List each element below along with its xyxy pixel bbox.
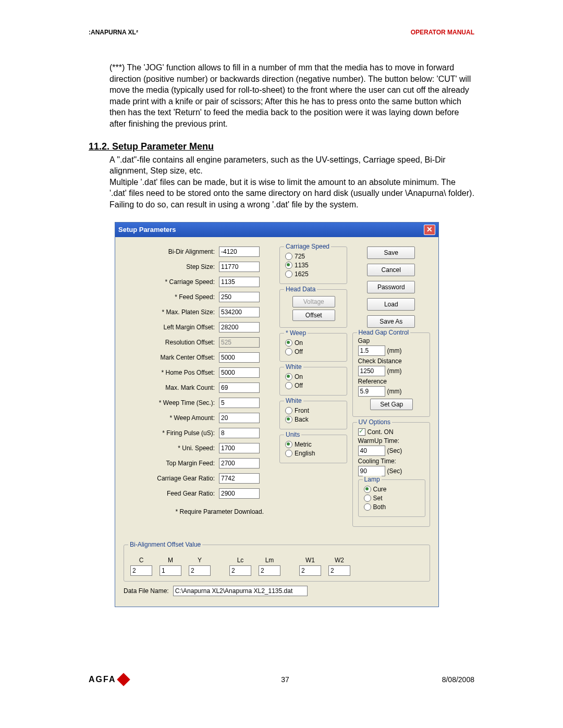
param-input[interactable] <box>219 322 260 332</box>
bi-align-col: Lm <box>259 557 280 576</box>
param-input[interactable] <box>219 398 260 408</box>
offset-button[interactable]: Offset <box>292 310 335 321</box>
param-row: * Weep Time (Sec.): <box>124 398 274 408</box>
param-label: Step Size: <box>124 263 219 270</box>
check-distance-input[interactable] <box>358 366 385 376</box>
param-row: Step Size: <box>124 262 274 272</box>
set-gap-button[interactable]: Set Gap <box>370 399 413 410</box>
dialog-titlebar: Setup Parameters ✕ <box>115 223 438 237</box>
white-off-label: Off <box>295 382 303 389</box>
param-row: Left Margin Offset: <box>124 322 274 332</box>
bi-align-input[interactable] <box>189 565 211 576</box>
param-input[interactable] <box>219 246 260 257</box>
bi-align-col: Lc <box>229 557 251 576</box>
parameters-column: Bi-Dir Alignment:Step Size:* Carriage Sp… <box>124 246 274 532</box>
saveas-button[interactable]: Save As <box>367 315 415 328</box>
reference-label: Reference <box>358 378 425 385</box>
bi-align-input[interactable] <box>328 565 350 576</box>
lamp-both-radio[interactable] <box>364 503 371 511</box>
radio-1135[interactable] <box>285 262 292 269</box>
cancel-button[interactable]: Cancel <box>367 264 415 276</box>
param-label: * Weep Time (Sec.): <box>124 399 219 406</box>
param-input[interactable] <box>219 428 260 438</box>
bi-align-input[interactable] <box>259 565 280 576</box>
data-file-input[interactable] <box>173 586 308 596</box>
reference-input[interactable] <box>358 386 385 397</box>
doc-header-right: OPERATOR MANUAL <box>411 29 474 36</box>
gap-input[interactable] <box>358 346 385 356</box>
close-icon[interactable]: ✕ <box>424 225 435 235</box>
data-file-row: Data File Name: <box>124 586 430 596</box>
param-label: * Feed Speed: <box>124 293 219 301</box>
param-label: * Carriage Speed: <box>124 278 219 286</box>
voltage-button[interactable]: Voltage <box>292 296 335 307</box>
setup-parameters-dialog: Setup Parameters ✕ Bi-Dir Alignment:Step… <box>115 222 439 607</box>
reference-unit: (mm) <box>387 388 402 395</box>
param-input[interactable] <box>219 292 260 302</box>
param-input[interactable] <box>219 473 260 484</box>
warmup-input[interactable] <box>358 446 385 456</box>
units-metric-radio[interactable] <box>285 441 292 448</box>
param-input[interactable] <box>219 277 260 287</box>
param-label: Mark Center Offset: <box>124 354 219 361</box>
check-distance-label: Check Distance <box>358 357 425 365</box>
bi-alignment-title: Bi-Alignment Offset Value <box>128 541 202 548</box>
label-725: 725 <box>295 253 305 260</box>
carriage-speed-group: Carriage Speed 725 1135 1625 <box>279 246 347 284</box>
white-back-label: Back <box>295 416 309 423</box>
bi-align-input[interactable] <box>130 565 152 576</box>
bi-align-header: Lc <box>237 557 244 564</box>
white-back-radio[interactable] <box>285 416 292 423</box>
param-input[interactable] <box>219 488 260 499</box>
password-button[interactable]: Password <box>367 281 415 293</box>
units-english-radio[interactable] <box>285 450 292 457</box>
require-download-note: * Require Parameter Download. <box>124 508 274 515</box>
param-input[interactable] <box>219 352 260 363</box>
paragraph-dat-b: Multiple '.dat' files can be made, but i… <box>109 177 474 211</box>
radio-725[interactable] <box>285 253 292 260</box>
lamp-cure-radio[interactable] <box>364 486 371 493</box>
param-label: Max. Mark Count: <box>124 384 219 391</box>
cooling-unit: (Sec) <box>387 467 402 475</box>
param-input[interactable] <box>219 443 260 453</box>
param-label: * Max. Platen Size: <box>124 309 219 316</box>
lamp-set-radio[interactable] <box>364 495 371 502</box>
param-row: Feed Gear Ratio: <box>124 488 274 499</box>
param-input[interactable] <box>219 367 260 378</box>
radio-1625[interactable] <box>285 270 292 278</box>
param-row: Carriage Gear Ratio: <box>124 473 274 484</box>
warmup-label: WarmUp Time: <box>358 437 425 445</box>
param-input[interactable] <box>219 382 260 393</box>
cont-on-check[interactable] <box>358 428 365 436</box>
white-front-radio[interactable] <box>285 407 292 414</box>
param-input[interactable] <box>219 458 260 468</box>
page-number: 37 <box>281 675 289 684</box>
section-heading: 11.2. Setup Parameter Menu <box>89 141 474 152</box>
param-input[interactable] <box>219 307 260 317</box>
save-button[interactable]: Save <box>367 246 415 259</box>
white-on-radio[interactable] <box>285 373 292 380</box>
weep-on-radio[interactable] <box>285 339 292 347</box>
white-off-radio[interactable] <box>285 382 292 389</box>
bi-align-header: Lm <box>265 557 274 564</box>
param-input[interactable] <box>219 262 260 272</box>
param-input[interactable] <box>219 413 260 423</box>
lamp-title: Lamp <box>363 476 382 483</box>
bi-align-input[interactable] <box>229 565 251 576</box>
units-group: Units Metric English <box>279 435 347 463</box>
weep-off-radio[interactable] <box>285 348 292 355</box>
units-metric-label: Metric <box>295 441 312 448</box>
bi-align-header: C <box>139 557 144 564</box>
weep-title: * Weep <box>284 329 308 337</box>
bi-align-input[interactable] <box>299 565 321 576</box>
param-row: * Carriage Speed: <box>124 277 274 287</box>
lamp-cure-label: Cure <box>373 486 387 493</box>
param-row: Max. Mark Count: <box>124 382 274 393</box>
param-row: Bi-Dir Alignment: <box>124 246 274 257</box>
bi-align-input[interactable] <box>160 565 181 576</box>
load-button[interactable]: Load <box>367 298 415 311</box>
bi-align-col: W2 <box>328 557 350 576</box>
paragraph-dat-a: A ".dat"-file contains all engine parame… <box>109 154 474 177</box>
cooling-input[interactable] <box>358 466 385 476</box>
param-label: * Uni. Speed: <box>124 445 219 452</box>
